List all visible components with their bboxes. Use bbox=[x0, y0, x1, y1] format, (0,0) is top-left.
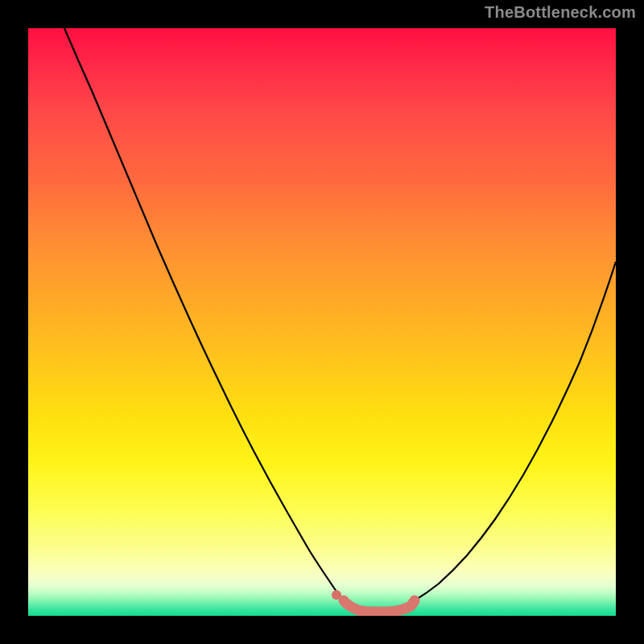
curve-layer bbox=[28, 28, 616, 616]
left-curve bbox=[64, 28, 344, 601]
chart-frame: TheBottleneck.com bbox=[0, 0, 644, 644]
bump-dot bbox=[332, 590, 341, 600]
right-curve bbox=[415, 262, 616, 601]
bottom-bump bbox=[344, 601, 415, 612]
plot-area bbox=[28, 28, 616, 616]
watermark-text: TheBottleneck.com bbox=[485, 3, 636, 22]
